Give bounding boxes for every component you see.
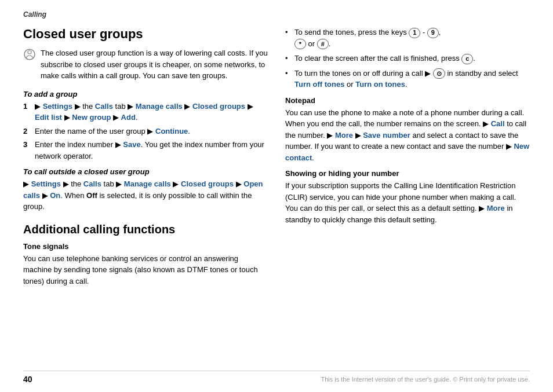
key-1: 1: [409, 28, 420, 38]
footer-note: This is the Internet version of the user…: [321, 376, 530, 383]
showing-text: If your subscription supports the Callin…: [285, 180, 530, 225]
step-2: 2 Enter the name of the user group ▶ Con…: [23, 126, 268, 137]
page-number: 40: [23, 375, 32, 384]
showing-heading: Showing or hiding your number: [285, 169, 530, 178]
key-star: *: [294, 39, 306, 49]
tone-text: You can use telephone banking services o…: [23, 253, 268, 287]
tone-heading: Tone signals: [23, 242, 268, 251]
page-footer: 40 This is the Internet version of the u…: [23, 371, 530, 384]
bullet-list: • To send the tones, press the keys 1 - …: [285, 27, 530, 90]
key-9: 9: [427, 28, 439, 38]
left-column: Closed user groups The closed user group…: [23, 27, 268, 290]
section1-title: Closed user groups: [23, 27, 268, 42]
intro-block: The closed user group function is a way …: [23, 47, 268, 82]
call-outside-path: ▶ Settings ▶ the Calls tab ▶ Manage call…: [23, 178, 268, 213]
notepad-heading: Notepad: [285, 96, 530, 105]
add-group-heading: To add a group: [23, 90, 268, 98]
step-3: 3 Enter the index number ▶ Save. You get…: [23, 139, 268, 162]
header-label: Calling: [23, 10, 46, 19]
step-1: 1 ▶ Settings ▶ the Calls tab ▶ Manage ca…: [23, 101, 268, 123]
bullet-item-1: • To send the tones, press the keys 1 - …: [285, 27, 530, 49]
key-hash: #: [317, 39, 329, 49]
call-outside-heading: To call outside a closed user group: [23, 167, 268, 176]
key-joystick: ⊙: [433, 68, 445, 79]
cug-icon: [23, 48, 36, 61]
section2-title: Additional calling functions: [23, 223, 268, 236]
bullet-item-3: • To turn the tones on or off during a c…: [285, 68, 530, 90]
notepad-text: You can use the phone to make a note of …: [285, 107, 530, 164]
page-header: Calling: [23, 10, 530, 19]
intro-text: The closed user group function is a way …: [41, 47, 268, 82]
bullet-item-2: • To clear the screen after the call is …: [285, 53, 530, 64]
key-c: c: [461, 54, 473, 64]
svg-point-1: [28, 50, 31, 54]
steps-list: 1 ▶ Settings ▶ the Calls tab ▶ Manage ca…: [23, 101, 268, 162]
right-column: • To send the tones, press the keys 1 - …: [285, 27, 530, 290]
